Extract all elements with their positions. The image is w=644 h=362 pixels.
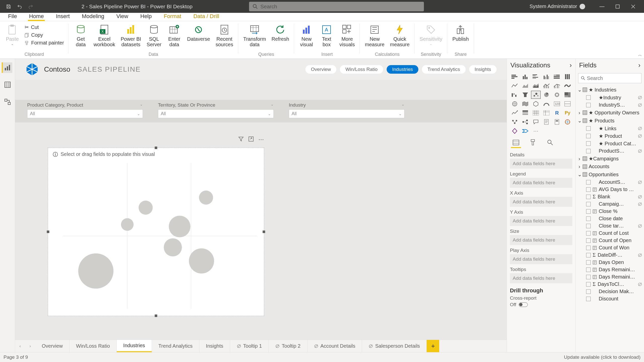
chevron-down-icon[interactable]: ⌄ (140, 102, 143, 108)
menu-view[interactable]: View (115, 12, 129, 21)
enter-data-button[interactable]: Enter data (166, 23, 183, 48)
field-item[interactable]: IndustryS… (577, 101, 642, 109)
viz-treemap[interactable] (563, 91, 572, 99)
viz-r[interactable]: R (552, 109, 562, 117)
fields-search-input[interactable] (587, 75, 639, 81)
table-node[interactable]: ›Accounts (577, 163, 642, 170)
signed-in-user[interactable]: System Administrator (530, 4, 585, 9)
transform-data-button[interactable]: Transform data (242, 23, 267, 48)
field-checkbox[interactable] (586, 202, 591, 206)
refresh-button[interactable]: Refresh (270, 23, 291, 43)
new-measure-button[interactable]: New measure (363, 23, 386, 48)
viz-key-influencers[interactable] (510, 118, 519, 126)
sql-server-button[interactable]: SQL Server (145, 23, 163, 48)
well-xaxis[interactable]: Add data fields here (510, 197, 572, 207)
field-checkbox[interactable] (586, 275, 591, 279)
field-checkbox[interactable] (586, 149, 591, 153)
field-checkbox[interactable] (586, 297, 591, 301)
chevron-down-icon[interactable]: ⌄ (401, 102, 405, 108)
viz-line-clustered[interactable] (552, 82, 562, 90)
viz-slicer[interactable] (520, 109, 530, 117)
maximize-button[interactable] (611, 0, 624, 13)
field-checkbox[interactable] (586, 209, 591, 214)
sensitivity-button[interactable]: Sensitivity⌄ (418, 23, 444, 47)
field-item[interactable]: Campaig… (577, 200, 642, 208)
cut-button[interactable]: ✂Cut (24, 24, 65, 31)
field-item[interactable]: AVG Days to Cl… (577, 186, 642, 193)
viz-stacked-bar[interactable] (510, 73, 519, 81)
menu-help[interactable]: Help (139, 12, 153, 21)
recent-sources-button[interactable]: Recent sources (214, 23, 235, 48)
slicer-industry-dropdown[interactable]: All⌄ (289, 109, 405, 118)
cross-report-toggle[interactable]: Off (510, 302, 572, 307)
page-tab[interactable]: Insights (199, 340, 230, 352)
close-button[interactable] (627, 0, 639, 13)
collapse-ribbon-icon[interactable]: ︿ (638, 52, 642, 58)
focus-mode-icon[interactable] (248, 136, 254, 143)
undo-icon[interactable] (17, 4, 23, 10)
viz-smart-narrative[interactable] (542, 118, 551, 126)
viz-card[interactable]: 123 (552, 100, 562, 108)
paste-button[interactable]: Paste⌄ (4, 23, 21, 47)
viz-decomposition[interactable] (520, 118, 530, 126)
table-node[interactable]: ›★Campaigns (577, 155, 642, 163)
field-item[interactable]: AccountS… (577, 178, 642, 186)
field-item[interactable]: Days Remainin… (577, 266, 642, 273)
nav-trend[interactable]: Trend Analytics (422, 65, 465, 74)
nav-insights[interactable]: Insights (469, 65, 497, 74)
field-item[interactable]: Close tar… (577, 222, 642, 230)
save-icon[interactable] (6, 4, 12, 10)
field-item[interactable]: Days Open (577, 259, 642, 266)
tab-scroll-right[interactable]: › (25, 340, 35, 352)
publish-button[interactable]: Publish (451, 23, 470, 43)
field-item[interactable]: ΣDateDiff-… (577, 251, 642, 259)
menu-home[interactable]: Home (28, 12, 45, 21)
well-play[interactable]: Add data fields here (510, 254, 572, 264)
more-options-icon[interactable]: ⋯ (258, 136, 264, 143)
collapse-pane-icon[interactable]: › (638, 61, 640, 69)
viz-pie[interactable] (542, 91, 551, 99)
viz-area[interactable] (520, 82, 530, 90)
viz-scatter[interactable] (531, 91, 541, 99)
table-node[interactable]: ›★ Opportunity Owners (577, 109, 642, 117)
field-item[interactable]: ProductS… (577, 147, 642, 155)
minimize-button[interactable]: ― (596, 0, 608, 13)
add-page-button[interactable]: + (427, 340, 439, 352)
field-item[interactable]: Close date (577, 215, 642, 222)
new-visual-button[interactable]: New visual (298, 23, 315, 48)
quick-measure-button[interactable]: Quick measure (388, 23, 411, 48)
field-checkbox[interactable] (586, 238, 591, 243)
field-checkbox[interactable] (586, 231, 591, 236)
data-view-button[interactable] (2, 79, 13, 90)
viz-kpi[interactable] (510, 109, 519, 117)
viz-shape-map[interactable] (531, 100, 541, 108)
scatter-visual[interactable]: ⋯ Select or drag fields to populate this… (48, 148, 264, 316)
viz-donut[interactable] (552, 91, 562, 99)
table-node[interactable]: ⌄★ Products (577, 117, 642, 125)
field-checkbox[interactable] (586, 282, 591, 287)
menu-insert[interactable]: Insert (55, 12, 71, 21)
slicer-product-dropdown[interactable]: All⌄ (27, 109, 143, 118)
pbi-datasets-button[interactable]: Power BI datasets (119, 23, 143, 48)
field-item[interactable]: ★ Links (577, 125, 642, 132)
global-search-input[interactable] (260, 4, 420, 10)
copy-button[interactable]: Copy (24, 32, 65, 38)
field-checkbox[interactable] (586, 267, 591, 272)
more-visuals-button[interactable]: More visuals (338, 23, 356, 48)
viz-stacked-column[interactable] (520, 73, 530, 81)
page-tab[interactable]: Overview (35, 340, 69, 352)
viz-automate[interactable] (520, 127, 530, 135)
field-checkbox[interactable] (586, 246, 591, 250)
viz-filled-map[interactable] (520, 100, 530, 108)
report-view-button[interactable] (2, 62, 12, 73)
fields-search[interactable] (578, 73, 641, 83)
field-item[interactable]: Count of Lost (577, 230, 642, 237)
format-painter-button[interactable]: Format painter (24, 39, 65, 46)
page-tab[interactable]: Salesperson Details (362, 340, 427, 352)
viz-waterfall[interactable] (510, 91, 519, 99)
viz-clustered-bar[interactable] (531, 73, 541, 81)
field-checkbox[interactable] (586, 216, 591, 221)
get-data-button[interactable]: Get data (72, 23, 90, 48)
well-legend[interactable]: Add data fields here (510, 178, 572, 188)
text-box-button[interactable]: AText box (318, 23, 335, 48)
